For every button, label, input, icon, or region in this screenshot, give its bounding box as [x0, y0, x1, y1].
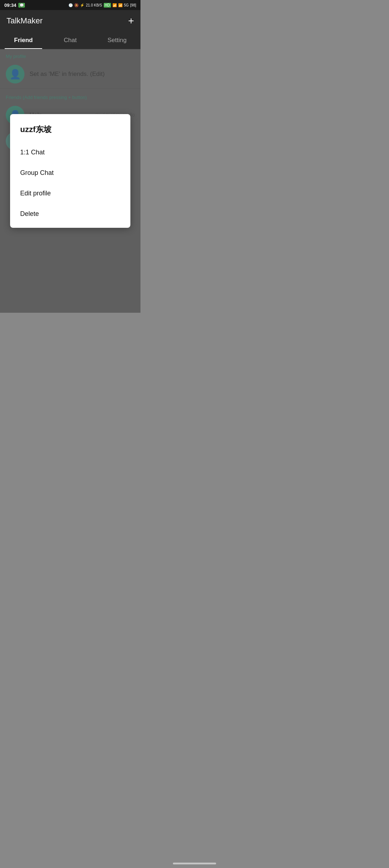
- context-menu: uzzf东坡 1:1 Chat Group Chat Edit profile …: [10, 114, 130, 228]
- status-time: 09:34: [4, 3, 16, 8]
- content-area: My profile 👤 Set as 'ME' in friends. (Ed…: [0, 49, 140, 313]
- message-notification-icon: 💬: [18, 3, 25, 8]
- context-menu-title: uzzf东坡: [10, 121, 130, 142]
- status-bar: 09:34 💬 🕐 🔕 ⚡ 21.0 KB/S HD 📶 📶 5G [98]: [0, 0, 140, 10]
- 5g-icon: 5G: [124, 3, 129, 7]
- network-speed: 21.0 KB/S: [86, 3, 102, 7]
- hd-badge: HD: [104, 3, 111, 8]
- tab-chat[interactable]: Chat: [47, 32, 94, 49]
- context-menu-item-edit-profile[interactable]: Edit profile: [10, 183, 130, 204]
- tab-friend[interactable]: Friend: [0, 32, 47, 49]
- context-menu-item-one-to-one-chat[interactable]: 1:1 Chat: [10, 142, 130, 163]
- signal-icon: 📶: [118, 3, 122, 7]
- mute-icon: 🔕: [74, 3, 79, 7]
- context-menu-item-group-chat[interactable]: Group Chat: [10, 163, 130, 183]
- status-left: 09:34 💬: [4, 3, 25, 8]
- battery-indicator: [98]: [130, 3, 136, 7]
- wifi-icon: 📶: [112, 3, 117, 7]
- tab-bar: Friend Chat Setting: [0, 32, 140, 49]
- context-menu-item-delete[interactable]: Delete: [10, 204, 130, 224]
- alarm-icon: 🕐: [68, 3, 73, 7]
- app-header: TalkMaker +: [0, 10, 140, 32]
- add-button[interactable]: +: [128, 16, 134, 26]
- status-icons: 🕐 🔕 ⚡ 21.0 KB/S HD 📶 📶 5G [98]: [68, 3, 136, 8]
- tab-setting[interactable]: Setting: [94, 32, 140, 49]
- bluetooth-icon: ⚡: [80, 3, 84, 7]
- app-title: TalkMaker: [6, 16, 43, 26]
